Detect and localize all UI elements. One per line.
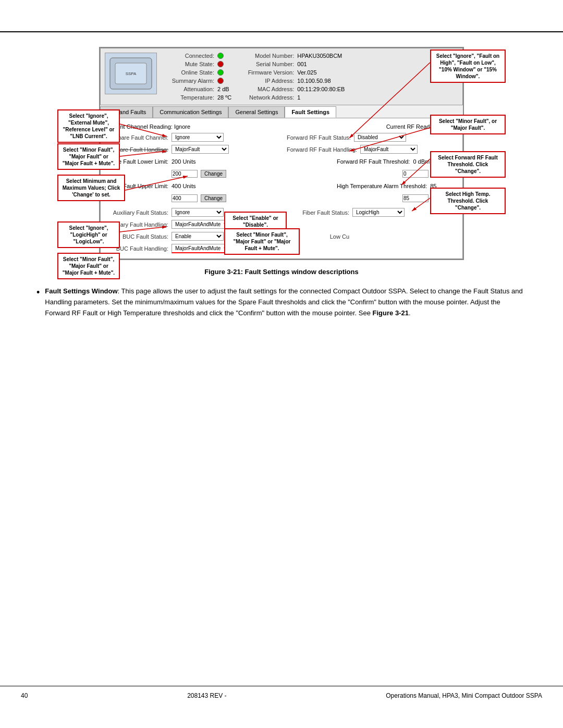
bottom-border-line [0, 686, 563, 686]
device-panel: SSPA Connected: Mute State: [100, 48, 463, 105]
summary-row: Summary Alarm: [167, 78, 231, 84]
connected-indicator [217, 53, 224, 59]
mac-label: MAC Address: [247, 86, 294, 92]
annot-top-right-2: Select "Minor Fault", or "Major Fault". [430, 115, 506, 134]
spare-channel-row: Spare Fault Channel: Ignore External Mut… [106, 133, 276, 142]
mute-row: Mute State: [167, 61, 231, 67]
page-number: 40 [21, 692, 28, 699]
device-logo: SSPA [105, 53, 157, 94]
online-label: Online State: [167, 69, 214, 76]
footer-center: 208143 REV - [187, 692, 226, 699]
serial-label: Serial Number: [247, 61, 294, 67]
spare-lower-change-btn[interactable]: Change [201, 170, 226, 178]
summary-label: Summary Alarm: [167, 78, 214, 84]
atten-value: 2 dB [217, 86, 229, 92]
fiber-fault-select[interactable]: LogicHigh LogicLow [352, 208, 405, 217]
tabs-row: ...us and Faults Communication Settings … [100, 106, 463, 118]
annot-left-1: Select "Ignore", "External Mute", "Refer… [57, 109, 120, 143]
annot-top-right-1: Select "Ignore", "Fault on High", "Fault… [430, 50, 506, 83]
fwd-rf-threshold-label: Forward RF Fault Threshold: [337, 158, 410, 165]
atten-row: Attenuation: 2 dB [167, 86, 231, 92]
online-row: Online State: [167, 69, 231, 76]
fwd-rf-threshold-input[interactable] [402, 170, 429, 178]
ip-row: IP Address: 10.100.50.98 [247, 78, 345, 84]
serial-row: Serial Number: 001 [247, 61, 345, 67]
tab-comm-settings[interactable]: Communication Settings [153, 106, 228, 118]
fiber-fault-label: Fiber Fault Status: [287, 209, 349, 216]
annot-high-temp: Select High Temp. Threshold. Click "Chan… [430, 188, 506, 214]
spare-handling-row: Spare Fault Handling: MajorFault MinorFa… [106, 145, 276, 154]
model-row: Model Number: HPAKU3050BCM [247, 53, 345, 59]
annot-fwd-rf-threshold: Select Forward RF Fault Threshold. Click… [430, 151, 506, 178]
mac-value: 00:11:29:00:80:EB [297, 86, 345, 92]
buc-handling-select[interactable]: MajorFaultAndMute MinorFault MajorFault [172, 244, 231, 253]
device-col-left: Connected: Mute State: Online State: [167, 53, 231, 101]
annot-left-2: Select "Minor Fault", "Major Fault" or "… [57, 143, 120, 170]
spare-channel-select[interactable]: Ignore External Mute Reference Level LNB… [172, 133, 224, 142]
high-temp-input[interactable] [402, 194, 429, 202]
fault-settings-bullet: • Fault Settings Window: This page allow… [36, 286, 527, 318]
spare-upper-input[interactable] [172, 194, 198, 202]
fault-settings-term: Fault Settings Window [45, 287, 117, 295]
buc-status-select[interactable]: Enable Disable [172, 232, 224, 241]
network-label: Network Address: [247, 94, 294, 101]
device-stats: Connected: Mute State: Online State: [167, 53, 458, 101]
figure-ref: Figure 3-21 [373, 309, 409, 317]
fwd-rf-handling-label: Forward RF Fault Handling: [287, 146, 357, 153]
aux-handling-select[interactable]: MajorFaultAndMute MinorFault MajorFault [172, 220, 231, 229]
summary-indicator [217, 78, 224, 84]
page-content: SSPA Connected: Mute State: [0, 36, 563, 681]
empty-right [287, 220, 457, 229]
tab-fault-settings[interactable]: Fault Settings [285, 106, 336, 118]
connected-label: Connected: [167, 53, 214, 59]
fault-controls-grid: Spare Fault Channel: Ignore External Mut… [106, 133, 457, 154]
fault-settings-description: Fault Settings Window: This page allows … [45, 286, 527, 318]
mute-label: Mute State: [167, 61, 214, 67]
model-value: HPAKU3050BCM [297, 53, 342, 59]
spare-handling-select[interactable]: MajorFault MinorFault Major Fault + Mute [172, 145, 229, 154]
temp-row: Temperature: 28 ºC [167, 94, 231, 101]
page-footer: 40 208143 REV - Operations Manual, HPA3,… [0, 692, 563, 699]
mute-indicator [217, 61, 224, 67]
spare-upper-change-btn[interactable]: Change [201, 194, 226, 202]
firmware-label: Firmware Version: [247, 69, 294, 76]
firmware-row: Firmware Version: Ver.025 [247, 69, 345, 76]
annot-left-5: Select "Minor Fault", "Major Fault" or "… [57, 253, 120, 279]
network-value: 1 [297, 94, 300, 101]
limits-section: Spare Fault Lower Limit: 200 Units Chang… [106, 157, 457, 204]
annot-left-3: Select Minimum and Maximum Values; Click… [57, 175, 125, 201]
bullet-marker: • [36, 288, 40, 318]
annot-minor-major: Select "Minor Fault", "Major Fault" or "… [224, 228, 300, 255]
connected-row: Connected: [167, 53, 231, 59]
tab-general-settings[interactable]: General Settings [228, 106, 285, 118]
fwd-rf-status-select[interactable]: Disabled Enabled [354, 133, 406, 142]
footer-right: Operations Manual, HPA3, Mini Compact Ou… [386, 692, 542, 699]
online-indicator [217, 69, 224, 76]
serial-value: 001 [297, 61, 307, 67]
temp-value: 28 ºC [217, 94, 231, 101]
figure-wrapper: SSPA Connected: Mute State: [57, 47, 506, 260]
device-col-right: Model Number: HPAKU3050BCM Serial Number… [247, 53, 345, 101]
high-temp-label: High Temperature Alarm Threshold: [337, 183, 427, 189]
temp-label: Temperature: [167, 94, 214, 101]
aux-fault-label: Auxiliary Fault Status: [106, 209, 168, 216]
model-label: Model Number: [247, 53, 294, 59]
ip-label: IP Address: [247, 78, 294, 84]
svg-text:SSPA: SSPA [126, 71, 137, 76]
ip-value: 10.100.50.98 [297, 78, 331, 84]
low-cu-row: Low Cu [287, 232, 457, 241]
fwd-rf-handling-select[interactable]: MajorFault MinorFault Major Fault + Mute [360, 145, 418, 154]
aux-fault-select[interactable]: Ignore LogicHigh LogicLow [172, 208, 224, 217]
network-row: Network Address: 1 [247, 94, 345, 101]
mac-row: MAC Address: 00:11:29:00:80:EB [247, 86, 345, 92]
spare-lower-limit-row: Spare Fault Lower Limit: 200 Units [106, 158, 226, 165]
body-text: • Fault Settings Window: This page allow… [36, 286, 527, 318]
annot-left-4: Select "Ignore", "LogicHigh" or "LogicLo… [57, 221, 120, 248]
firmware-value: Ver.025 [297, 69, 316, 76]
top-border-line [0, 31, 563, 32]
fwd-rf-status-label: Forward RF Fault Status: [287, 134, 351, 141]
atten-label: Attenuation: [167, 86, 214, 92]
spare-lower-input[interactable] [172, 170, 198, 178]
